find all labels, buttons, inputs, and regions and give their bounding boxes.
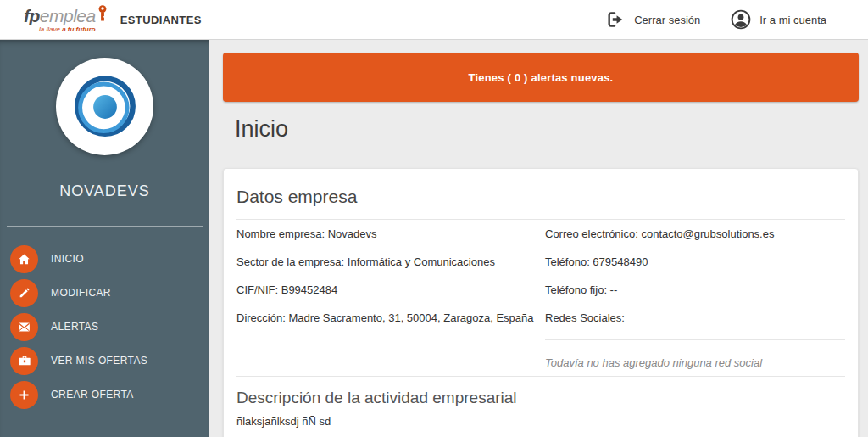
field-sector: Sector de la empresa: Informática y Comu… (236, 255, 537, 268)
sidebar-item-alertas[interactable]: ALERTAS (0, 310, 209, 344)
company-data-card: Datos empresa Nombre empresa: Novadevs S… (223, 168, 859, 437)
logout-button[interactable]: Cerrar sesión (605, 10, 700, 29)
sidebar-item-label: INICIO (51, 253, 84, 265)
sidebar-item-ver-mis-ofertas[interactable]: VER MIS OFERTAS (0, 344, 209, 378)
alerts-banner[interactable]: Tienes ( 0 ) alertas nuevas. (223, 53, 859, 102)
account-button[interactable]: Ir a mi cuenta (731, 9, 826, 30)
home-icon (10, 245, 38, 273)
account-label: Ir a mi cuenta (760, 14, 826, 26)
social-empty-message: Todavía no has agregado ninguna red soci… (545, 356, 845, 369)
sidebar-item-modificar[interactable]: MODIFICAR (0, 276, 209, 310)
card-title: Datos empresa (236, 187, 845, 207)
brand-name-light: emplea (40, 6, 96, 25)
card-title-divider (236, 219, 845, 220)
field-correo: Correo electrónico: contacto@grubsolutio… (545, 227, 845, 240)
description-text: ñlaksjañlksdj ñÑ sd (236, 415, 845, 428)
brand-tagline-light: la llave (39, 25, 62, 33)
user-account-icon (731, 9, 751, 30)
brand-tagline-bold: a tu futuro (62, 25, 96, 33)
sidebar-divider (7, 226, 203, 227)
sidebar-item-crear-oferta[interactable]: CREAR OFERTA (0, 378, 209, 412)
social-divider (545, 339, 845, 340)
sidebar-item-inicio[interactable]: INICIO (0, 242, 209, 276)
key-icon (98, 5, 107, 21)
app-window: fpemplea la llave a tu futuro ESTUDIANTE… (0, 0, 868, 437)
briefcase-icon (10, 347, 38, 375)
brand-text-block: fpemplea la llave a tu futuro (24, 7, 96, 33)
nav-item-estudiantes[interactable]: ESTUDIANTES (120, 14, 202, 26)
sidebar-item-label: VER MIS OFERTAS (51, 355, 147, 367)
field-cif-nif: CIF/NIF: B99452484 (236, 283, 537, 296)
brand-name: fpemplea (24, 7, 96, 25)
brand-logo[interactable]: fpemplea la llave a tu futuro (24, 7, 107, 33)
brand-name-bold: fp (24, 6, 40, 25)
main-content: Tienes ( 0 ) alertas nuevas. Inicio Dato… (209, 40, 868, 437)
pencil-icon (10, 279, 38, 307)
navbar-right-group: Cerrar sesión Ir a mi cuenta (605, 9, 826, 30)
field-nombre-empresa: Nombre empresa: Novadevs (236, 227, 537, 240)
sidebar-item-label: MODIFICAR (51, 287, 111, 299)
brand-tagline: la llave a tu futuro (39, 25, 96, 33)
page-title: Inicio (235, 116, 859, 143)
company-fields-left: Nombre empresa: Novadevs Sector de la em… (236, 223, 537, 369)
sidebar-item-label: CREAR OFERTA (51, 389, 134, 401)
logout-label: Cerrar sesión (634, 14, 700, 26)
field-telefono: Teléfono: 679548490 (545, 255, 845, 268)
top-navbar: fpemplea la llave a tu futuro ESTUDIANTE… (0, 0, 868, 40)
company-logo (56, 58, 153, 155)
field-direccion: Dirección: Madre Sacramento, 31, 50004, … (236, 311, 537, 324)
plus-icon (10, 381, 38, 409)
sidebar-item-label: ALERTAS (51, 321, 98, 333)
sidebar-menu: INICIO MODIFICAR (0, 242, 209, 412)
envelope-icon (10, 313, 38, 341)
field-redes-sociales: Redes Sociales: (545, 311, 845, 324)
page-header: Inicio (223, 116, 859, 154)
description-title: Descripción de la actividad empresarial (236, 389, 845, 407)
sidebar: NOVADEVS INICIO (0, 40, 209, 437)
company-fields-right: Correo electrónico: contacto@grubsolutio… (545, 223, 845, 369)
description-divider (236, 376, 845, 377)
logout-icon (605, 10, 626, 29)
company-name: NOVADEVS (0, 182, 209, 200)
field-telefono-fijo: Teléfono fijo: -- (545, 283, 845, 296)
